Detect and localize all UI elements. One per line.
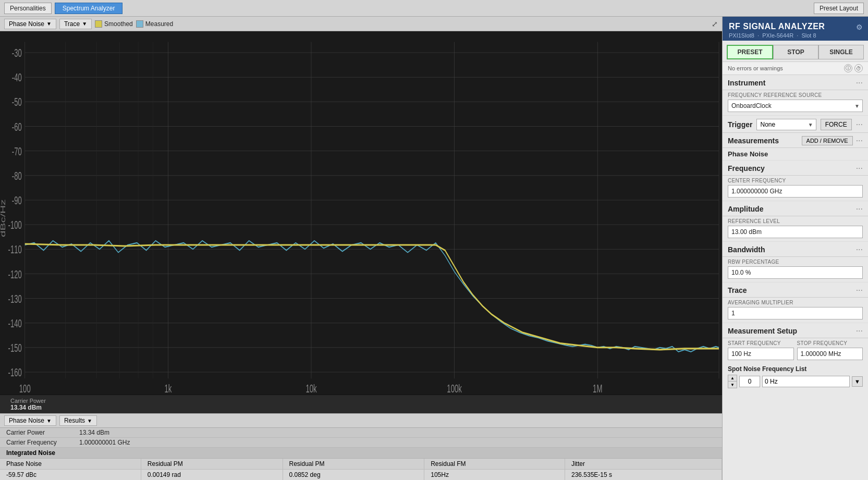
trigger-more-icon[interactable]: ··· [856,120,863,129]
spot-noise-up-button[interactable]: ▲ [728,375,737,381]
svg-text:10k: 10k [305,381,317,395]
spot-noise-spinner: ▲ ▼ [728,375,737,388]
reference-level-input[interactable] [728,226,863,238]
chart-svg: -30 -40 -50 -60 -70 -80 -90 -100 -110 -1… [0,31,722,395]
results-col-residual-fm: Residual FM [424,459,565,470]
stop-freq-input[interactable] [797,348,863,360]
bandwidth-more-icon[interactable]: ··· [856,245,863,254]
trace-more-icon[interactable]: ··· [856,286,863,295]
frequency-title: Frequency [728,164,856,173]
results-phase-noise-cell: -59.57 dBc [0,470,141,481]
trigger-select-wrapper: None [756,119,816,130]
measurements-more-icon[interactable]: ··· [856,136,863,145]
svg-text:-130: -130 [8,292,22,305]
control-buttons: PRESET STOP SINGLE [723,41,868,62]
gear-icon[interactable]: ⚙ [853,19,866,33]
results-data-row: -59.57 dBc 0.00149 rad 0.0852 deg 105Hz … [0,470,722,481]
freq-ref-select[interactable]: OnboardClock [728,100,863,112]
status-icons: ⓘ ⏱ [844,64,863,72]
avg-multiplier-input[interactable] [728,307,863,319]
svg-text:-160: -160 [8,365,22,379]
results-residual-pm2-cell: 0.0852 deg [283,470,424,481]
carrier-power-label: Carrier Power [10,398,712,404]
carrier-freq-row-label: Carrier Frequency [6,439,79,446]
freq-ref-select-wrapper: OnboardClock [728,100,863,112]
chart-area: -30 -40 -50 -60 -70 -80 -90 -100 -110 -1… [0,31,722,395]
phase-noise-dropdown[interactable]: Phase Noise ▼ [4,19,56,29]
measured-legend: Measured [136,20,173,28]
results-table-area: Carrier Power 13.34 dBm Carrier Frequenc… [0,428,722,480]
measured-color-swatch [136,20,143,28]
svg-text:-30: -30 [12,46,22,59]
amplitude-more-icon[interactable]: ··· [856,204,863,214]
freq-range-group: START FREQUENCY STOP FREQUENCY [723,338,868,363]
freq-ref-label: FREQUENCY REFERENCE SOURCE [728,92,863,98]
center-freq-input[interactable] [728,185,863,198]
phase-noise-label: Phase Noise [9,20,44,28]
carrier-power-row-label: Carrier Power [6,429,79,436]
trigger-select[interactable]: None [756,119,816,130]
results-results-dropdown[interactable]: Results ▼ [59,415,97,426]
chart-toolbar-right: ⤢ [712,20,718,28]
carrier-power-row: Carrier Power 13.34 dBm [0,428,722,438]
spot-noise-freq-input[interactable] [762,376,850,387]
trace-arrow-icon: ▼ [82,21,87,27]
amplitude-section-header: Amplitude ··· [723,201,868,216]
carrier-freq-row: Carrier Frequency 1.000000001 GHz [0,438,722,448]
start-freq-input[interactable] [728,348,794,360]
measurement-setup-more-icon[interactable]: ··· [856,326,863,336]
expand-icon[interactable]: ⤢ [712,20,718,28]
info-icon[interactable]: ⓘ [844,64,852,72]
avg-multiplier-group: AVERAGING MULTIPLIER [723,298,868,323]
svg-text:Hz: Hz [357,392,365,395]
trace-title: Trace [728,286,856,294]
single-button[interactable]: SINGLE [818,45,864,59]
trace-label: Trace [64,20,80,28]
right-header: RF SIGNAL ANALYZER PXI1Slot8 · PXIe-5644… [723,17,868,41]
measurement-setup-header: Measurement Setup ··· [723,323,868,338]
add-remove-button[interactable]: ADD / REMOVE [802,136,853,145]
svg-text:-140: -140 [8,316,22,330]
svg-text:-150: -150 [8,341,22,354]
history-icon[interactable]: ⏱ [854,64,863,72]
spectrum-analyzer-button[interactable]: Spectrum Analyzer [55,3,123,14]
stop-button[interactable]: STOP [773,45,818,59]
svg-text:-80: -80 [12,169,22,182]
left-panel: Phase Noise ▼ Trace ▼ Smoothed Measured … [0,17,722,480]
preset-layout-button[interactable]: Preset Layout [814,3,864,14]
instrument-section-header: Instrument ··· [723,75,868,90]
results-jitter-cell: 236.535E-15 s [565,470,722,481]
results-col-residual-pm-2: Residual PM [283,459,424,470]
integrated-noise-header: Integrated Noise [0,448,722,459]
trigger-title: Trigger [728,120,752,129]
right-header-wrapper: RF SIGNAL ANALYZER PXI1Slot8 · PXIe-5644… [723,17,868,41]
spot-noise-index-input[interactable] [739,376,760,387]
results-phase-noise-dropdown[interactable]: Phase Noise ▼ [4,415,56,426]
status-text: No errors or warnings [728,65,783,71]
carrier-strip: Carrier Power 13.34 dBm [0,395,722,413]
personalities-button[interactable]: Personalities [4,3,52,14]
instrument-more-icon[interactable]: ··· [856,78,863,88]
frequency-more-icon[interactable]: ··· [856,164,863,173]
rbw-input[interactable] [728,266,863,279]
svg-text:100: 100 [19,381,31,395]
results-results-label: Results [64,417,85,424]
center-freq-label: CENTER FREQUENCY [728,178,863,183]
spot-noise-title: Spot Noise Frequency List [728,365,863,373]
force-button[interactable]: FORCE [821,119,852,130]
svg-text:1k: 1k [164,381,172,395]
trace-dropdown[interactable]: Trace ▼ [59,19,92,29]
right-panel-subtitle: PXI1Slot8 · PXIe-5644R · Slot 8 [729,32,862,39]
results-residual-pm1-cell: 0.00149 rad [141,470,283,481]
avg-multiplier-label: AVERAGING MULTIPLIER [728,300,863,305]
results-col-residual-pm-1: Residual PM [141,459,283,470]
spot-noise-row: ▲ ▼ ▼ [728,375,863,388]
svg-text:-60: -60 [12,120,22,133]
spot-noise-scroll-button[interactable]: ▼ [852,376,863,387]
stop-freq-group: STOP FREQUENCY [797,340,863,360]
preset-button[interactable]: PRESET [727,45,773,59]
svg-text:-70: -70 [12,144,22,158]
spot-noise-down-button[interactable]: ▼ [728,381,737,388]
amplitude-title: Amplitude [728,205,856,213]
results-phase-noise-arrow-icon: ▼ [46,418,52,424]
